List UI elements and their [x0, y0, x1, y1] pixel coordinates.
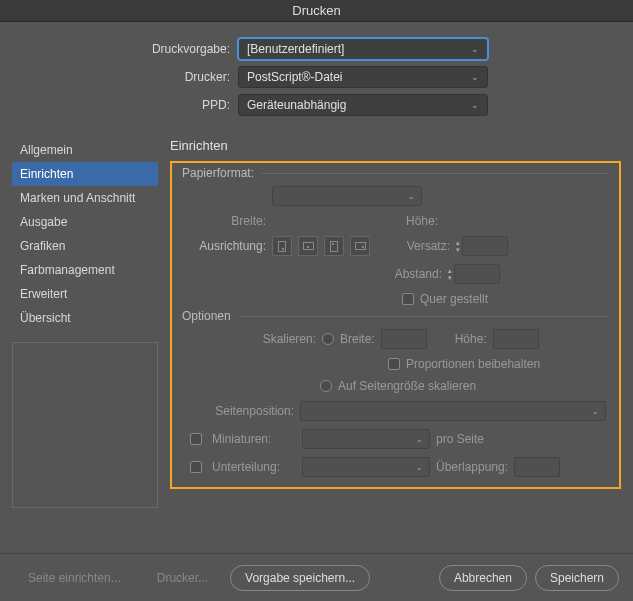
orientation-rev-landscape-button[interactable]	[350, 236, 370, 256]
fit-to-page-radio[interactable]	[320, 380, 332, 392]
panel-title: Einrichten	[170, 138, 621, 153]
width-label: Breite:	[182, 214, 266, 228]
overlap-input[interactable]	[514, 457, 560, 477]
chevron-down-icon: ⌄	[471, 44, 479, 54]
sidebar-item-allgemein[interactable]: Allgemein	[12, 138, 158, 162]
save-preset-button[interactable]: Vorgabe speichern...	[230, 565, 370, 591]
chevron-down-icon: ⌄	[471, 72, 479, 82]
printer-button: Drucker...	[143, 565, 222, 591]
stepper-arrows-icon[interactable]: ▴▾	[456, 239, 460, 253]
sidebar: Allgemein Einrichten Marken und Anschnit…	[12, 138, 158, 330]
ppd-label: PPD:	[20, 98, 238, 112]
page-preview	[12, 342, 158, 508]
ppd-value: Geräteunabhängig	[247, 98, 346, 112]
gap-label: Abstand:	[388, 267, 442, 281]
gap-stepper[interactable]: ▴▾	[448, 264, 500, 284]
preset-value: [Benutzerdefiniert]	[247, 42, 344, 56]
chevron-down-icon: ⌄	[408, 192, 415, 201]
constrain-checkbox[interactable]	[388, 358, 400, 370]
height-label: Höhe:	[378, 214, 438, 228]
sidebar-item-grafiken[interactable]: Grafiken	[12, 234, 158, 258]
paper-format-dropdown[interactable]: ⌄	[272, 186, 422, 206]
chevron-down-icon: ⌄	[471, 100, 479, 110]
thumbnails-dropdown[interactable]: ⌄	[302, 429, 430, 449]
preset-dropdown[interactable]: [Benutzerdefiniert] ⌄	[238, 38, 488, 60]
window-title: Drucken	[0, 0, 633, 22]
chevron-down-icon: ⌄	[416, 435, 423, 444]
overlap-label: Überlappung:	[436, 460, 508, 474]
tile-checkbox[interactable]	[190, 461, 202, 473]
thumbnails-checkbox[interactable]	[190, 433, 202, 445]
printer-label: Drucker:	[20, 70, 238, 84]
opt-height-label: Höhe:	[455, 332, 487, 346]
fit-to-page-label: Auf Seitengröße skalieren	[338, 379, 476, 393]
page-setup-button: Seite einrichten...	[14, 565, 135, 591]
scale-label: Skalieren:	[252, 332, 316, 346]
tile-label: Unterteilung:	[208, 460, 296, 474]
tile-dropdown[interactable]: ⌄	[302, 457, 430, 477]
scale-radio[interactable]	[322, 333, 334, 345]
sidebar-item-marken[interactable]: Marken und Anschnitt	[12, 186, 158, 210]
constrain-label: Proportionen beibehalten	[406, 357, 540, 371]
thumbnails-label: Miniaturen:	[208, 432, 296, 446]
page-position-label: Seitenposition:	[182, 404, 294, 418]
transverse-checkbox[interactable]	[402, 293, 414, 305]
sidebar-item-erweitert[interactable]: Erweitert	[12, 282, 158, 306]
save-button[interactable]: Speichern	[535, 565, 619, 591]
offset-label: Versatz:	[396, 239, 450, 253]
sidebar-item-einrichten[interactable]: Einrichten	[12, 162, 158, 186]
sidebar-item-ausgabe[interactable]: Ausgabe	[12, 210, 158, 234]
ppd-dropdown[interactable]: Geräteunabhängig ⌄	[238, 94, 488, 116]
page-position-dropdown[interactable]: ⌄	[300, 401, 606, 421]
paper-format-label: Papierformat:	[182, 166, 262, 180]
orientation-portrait-button[interactable]	[272, 236, 292, 256]
orientation-label: Ausrichtung:	[182, 239, 266, 253]
printer-dropdown[interactable]: PostScript®-Datei ⌄	[238, 66, 488, 88]
chevron-down-icon: ⌄	[592, 407, 599, 416]
chevron-down-icon: ⌄	[416, 463, 423, 472]
opt-width-input[interactable]	[381, 329, 427, 349]
sidebar-item-farbmanagement[interactable]: Farbmanagement	[12, 258, 158, 282]
printer-value: PostScript®-Datei	[247, 70, 343, 84]
opt-width-label: Breite:	[340, 332, 375, 346]
per-page-label: pro Seite	[436, 432, 484, 446]
transverse-label: Quer gestellt	[420, 292, 488, 306]
orientation-rev-portrait-button[interactable]	[324, 236, 344, 256]
stepper-arrows-icon[interactable]: ▴▾	[448, 267, 452, 281]
sidebar-item-uebersicht[interactable]: Übersicht	[12, 306, 158, 330]
orientation-landscape-button[interactable]	[298, 236, 318, 256]
options-legend: Optionen	[182, 309, 239, 323]
highlight-area: Papierformat: ⌄ Breite: Höhe: Ausrichtun…	[170, 161, 621, 489]
opt-height-input[interactable]	[493, 329, 539, 349]
preset-label: Druckvorgabe:	[20, 42, 238, 56]
cancel-button[interactable]: Abbrechen	[439, 565, 527, 591]
offset-stepper[interactable]: ▴▾	[456, 236, 508, 256]
